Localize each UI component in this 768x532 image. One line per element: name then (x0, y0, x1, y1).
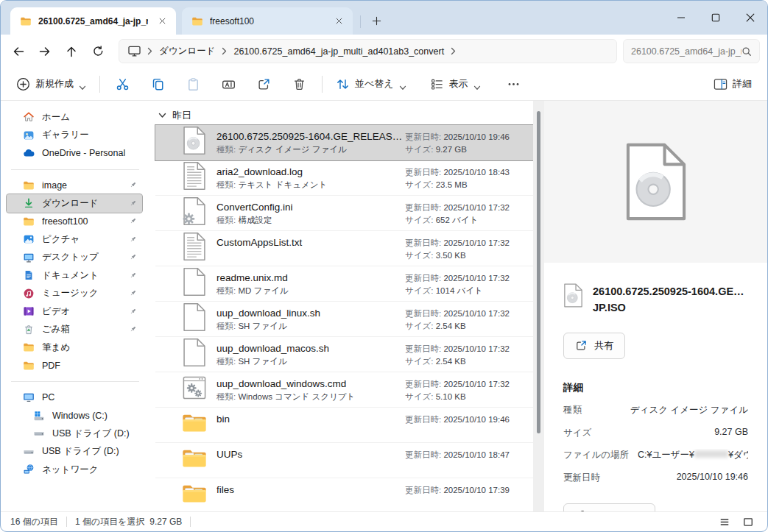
search-input[interactable]: 26100.6725_amd64_ja-jp_mu (623, 39, 760, 63)
sidebar-item-videos[interactable]: ビデオ (7, 302, 142, 321)
close-tab-icon[interactable] (155, 13, 170, 29)
toolbar-divider (99, 76, 100, 93)
file-name: bin (216, 413, 405, 426)
large-icons-view-button[interactable] (739, 514, 758, 530)
details-title-row: 26100.6725.250925-1604.GE… JP.ISO (563, 283, 748, 316)
sidebar-item-windows-c[interactable]: Windows (C:) (7, 407, 142, 425)
sidebar-item-label: OneDrive - Personal (42, 148, 138, 158)
this-pc-icon[interactable] (128, 46, 141, 57)
tab-freesoft100[interactable]: freesoft100 (182, 7, 353, 35)
breadcrumb[interactable]: ダウンロード 26100.6725_amd64_ja-jp_multi_ad40… (119, 39, 617, 63)
pictures-icon (23, 233, 35, 245)
sidebar-item-pdf[interactable]: PDF (7, 357, 142, 375)
details-file-name: 26100.6725.250925-1604.GE… JP.ISO (593, 283, 744, 316)
sidebar-item-desktop[interactable]: デスクトップ (7, 249, 142, 267)
tab-separator (360, 15, 361, 28)
details-panel-icon (714, 77, 728, 91)
back-button[interactable] (5, 39, 32, 64)
file-row[interactable]: ConvertConfig.ini種類: 構成設定更新日時: 2025/10/1… (155, 196, 533, 231)
new-button[interactable]: 新規作成 (10, 71, 93, 96)
sidebar-item-freesoft100[interactable]: freesoft100 (7, 213, 142, 231)
share-button[interactable]: 共有 (563, 333, 625, 359)
scrollbar-thumb[interactable] (537, 111, 540, 433)
file-row[interactable]: uup_download_linux.sh種類: SH ファイル更新日時: 20… (155, 302, 533, 337)
close-window-button[interactable] (733, 1, 767, 34)
file-row[interactable]: bin更新日時: 2025/10/10 19:46 (155, 408, 533, 443)
cut-button[interactable] (107, 71, 138, 96)
view-button[interactable]: 表示 (423, 71, 487, 96)
sidebar-item-label: image (42, 180, 121, 191)
recycle-icon (23, 324, 35, 336)
vertical-scrollbar[interactable] (533, 101, 544, 511)
group-header-yesterday[interactable]: 昨日 (155, 105, 533, 125)
tab-current[interactable]: 26100.6725_amd64_ja-jp_mult (10, 7, 176, 35)
file-row[interactable]: readme.unix.md種類: MD ファイル更新日時: 2025/10/1… (155, 266, 533, 302)
file-rows: 26100.6725.250925-1604.GE_RELEAS…種類: ディス… (155, 125, 533, 511)
search-value: 26100.6725_amd64_ja-jp_mu (631, 46, 741, 57)
sidebar-item-usb-d2[interactable]: USB ドライブ (D:) (7, 443, 142, 461)
pin-icon (128, 288, 138, 298)
music-icon (23, 288, 35, 299)
chevron-down-icon (158, 113, 166, 118)
forward-button[interactable] (32, 39, 58, 64)
new-tab-button[interactable] (367, 11, 386, 30)
share-button[interactable] (248, 71, 280, 96)
breadcrumb-current-folder[interactable]: 26100.6725_amd64_ja-jp_multi_ad401ab3_co… (233, 46, 444, 57)
file-row[interactable]: files更新日時: 2025/10/10 17:39 (155, 478, 533, 511)
sidebar-item-usb-d[interactable]: USB ドライブ (D:) (7, 425, 142, 443)
config-file-icon (182, 196, 207, 226)
chevron-down-icon (399, 82, 406, 87)
minimize-button[interactable] (663, 1, 698, 34)
details-pane-toggle[interactable]: 詳細 (707, 71, 758, 96)
breadcrumb-downloads[interactable]: ダウンロード (159, 45, 215, 57)
file-name: uup_download_macos.sh (216, 342, 405, 355)
sidebar-item-pc[interactable]: PC (7, 389, 142, 407)
sidebar-item-network[interactable]: ネットワーク (7, 461, 142, 479)
file-row[interactable]: uup_download_macos.sh種類: SH ファイル更新日時: 20… (155, 337, 533, 372)
network-icon (23, 464, 35, 475)
delete-button[interactable] (283, 71, 315, 96)
details-view-button[interactable] (715, 514, 734, 530)
sidebar-item-home[interactable]: ホーム (7, 108, 142, 127)
sidebar-item-image[interactable]: image (7, 177, 142, 195)
pin-icon (128, 235, 138, 244)
sidebar-item-fudemame[interactable]: 筆まめ (7, 338, 142, 357)
paste-button[interactable] (177, 71, 209, 96)
rename-button[interactable] (213, 71, 244, 96)
sidebar-item-label: Windows (C:) (52, 411, 138, 421)
folder-side-icon (23, 341, 35, 353)
sort-button[interactable]: 並べ替え (329, 71, 413, 96)
sidebar-item-onedrive[interactable]: OneDrive - Personal (7, 144, 142, 163)
file-row[interactable]: 26100.6725.250925-1604.GE_RELEAS…種類: ディス… (155, 125, 533, 160)
up-button[interactable] (58, 39, 85, 64)
details-label: サイズ (563, 427, 591, 439)
maximize-button[interactable] (698, 1, 733, 34)
selection-summary: 1 個の項目を選択 9.27 GB (75, 516, 182, 528)
sidebar-item-music[interactable]: ミュージック (7, 285, 142, 303)
sidebar-item-label: PDF (42, 361, 138, 371)
properties-button[interactable]: プロパティ (563, 503, 655, 511)
sidebar-item-gallery[interactable]: ギャラリー (7, 127, 142, 145)
file-row[interactable]: aria2_download.log種類: テキスト ドキュメント更新日時: 2… (155, 160, 533, 196)
toolbar: 新規作成 並べ替え 表示 詳細 (1, 68, 767, 101)
desktop-icon (23, 252, 35, 263)
more-options-button[interactable] (498, 71, 529, 96)
file-row[interactable]: uup_download_windows.cmd種類: Windows コマンド… (155, 372, 533, 408)
file-type: 種類: MD ファイル (216, 285, 405, 297)
refresh-button[interactable] (85, 39, 111, 64)
sidebar-item-label: USB ドライブ (D:) (52, 428, 138, 440)
file-row[interactable]: CustomAppsList.txt更新日時: 2025/10/10 17:32… (155, 231, 533, 266)
sidebar-item-pictures[interactable]: ピクチャ (7, 230, 142, 249)
file-row[interactable]: UUPs更新日時: 2025/10/10 18:47 (155, 443, 533, 478)
sidebar-item-downloads[interactable]: ダウンロード (7, 194, 142, 213)
search-icon[interactable] (741, 46, 752, 57)
details-rows: 種類ディスク イメージ ファイルサイズ9.27 GBファイルの場所C:¥ユーザー… (563, 404, 748, 484)
sidebar-item-documents[interactable]: ドキュメント (7, 266, 142, 285)
file-size: サイズ: 23.5 MB (405, 179, 529, 191)
copy-button[interactable] (142, 71, 174, 96)
onedrive-icon (23, 147, 35, 159)
file-date: 更新日時: 2025/10/10 18:43 (405, 166, 529, 179)
close-tab-icon[interactable] (331, 13, 347, 29)
sidebar-item-recycle-bin[interactable]: ごみ箱 (7, 321, 142, 339)
disc-file-icon (563, 283, 583, 308)
